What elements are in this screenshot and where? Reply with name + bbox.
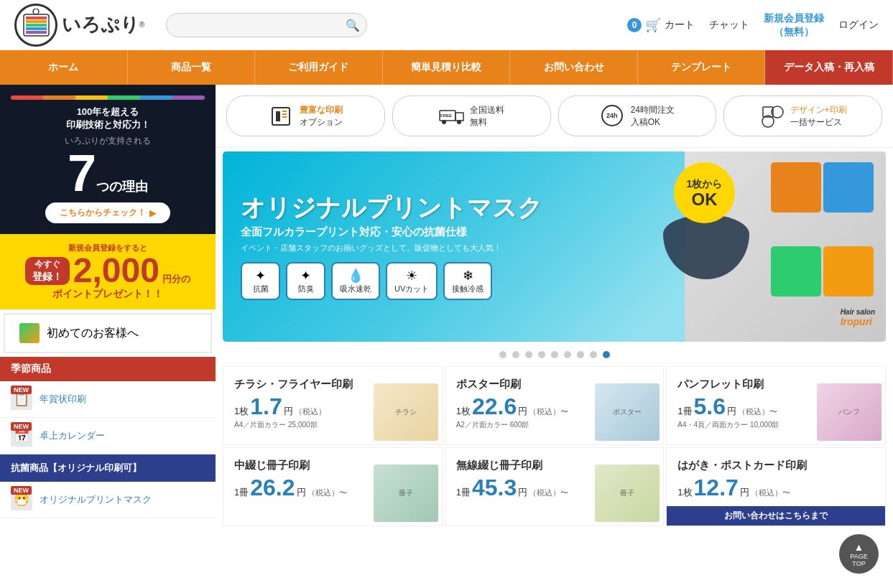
- svg-rect-1: [26, 17, 47, 19]
- dot-5[interactable]: [551, 351, 558, 358]
- nav-guide[interactable]: ご利用ガイド: [255, 50, 383, 85]
- hero-banner[interactable]: オリジナルプリントマスク 全面フルカラープリント対応・安心の抗菌仕様 イベント・…: [223, 151, 886, 342]
- feature-print-option[interactable]: 豊富な印刷 オプション: [226, 95, 385, 136]
- banner-number: 7: [68, 147, 96, 199]
- sidebar-top-banner[interactable]: 100年を超える 印刷技術と対応力！ いろぷりが支持される 7 つの理由 こちら…: [0, 85, 216, 234]
- hero-feat-deodor-label: 防臭: [298, 284, 314, 294]
- postcard-price-num: 12.7: [694, 476, 739, 499]
- print-option-icon: [269, 103, 294, 129]
- calendar-label: 卓上カレンダー: [40, 429, 105, 442]
- cart-badge: 0: [627, 18, 642, 32]
- sidebar: 100年を超える 印刷技術と対応力！ いろぷりが支持される 7 つの理由 こちら…: [0, 85, 216, 528]
- pamphlet-unit: 円: [727, 405, 736, 418]
- dot-2[interactable]: [512, 351, 519, 358]
- sidebar-item-nenga[interactable]: 📋 NEW 年賀状印刷: [0, 381, 216, 418]
- hero-feat-cool-label: 接触冷感: [452, 284, 483, 294]
- svg-point-15: [457, 120, 461, 124]
- pamphlet-img: パンフ: [817, 383, 882, 441]
- points-number: 2,000: [73, 251, 159, 289]
- banner-number-row: 7 つの理由: [11, 147, 205, 199]
- feature-24h[interactable]: 24h 24時間注文 入稿OK: [558, 95, 717, 136]
- perfect-tax: （税込）〜: [529, 487, 568, 498]
- search-input[interactable]: [166, 13, 367, 37]
- poster-prefix: 1枚: [456, 405, 471, 418]
- chat-label: チャット: [709, 19, 749, 30]
- dot-8[interactable]: [590, 351, 597, 358]
- postcard-unit: 円: [740, 486, 749, 499]
- hero-feat-dry-label: 吸水速乾: [340, 284, 371, 294]
- first-customer-link[interactable]: 初めてのお客様へ: [4, 313, 212, 353]
- hero-badge-line2: OK: [692, 191, 718, 208]
- hero-feat-uv-icon: ☀: [406, 268, 417, 284]
- register-button[interactable]: 新規会員登録 （無料）: [764, 11, 824, 37]
- dot-4[interactable]: [538, 351, 545, 358]
- hero-badge: 1枚から OK: [674, 162, 735, 223]
- nav-estimate[interactable]: 簡単見積り比較: [383, 50, 511, 85]
- nav-contact[interactable]: お問い合わせ: [510, 50, 638, 85]
- calendar-new-badge: NEW: [11, 422, 32, 431]
- nav-products[interactable]: 商品一覧: [128, 50, 256, 85]
- sidebar-points-banner[interactable]: 新規会員登録をすると 今すぐ 登録！ 2,000 円分の ポイントプレゼント！！: [0, 234, 216, 309]
- product-postcard[interactable]: はがき・ポストカード印刷 1枚 12.7 円 （税込）〜 お問い合わせはこちらま…: [666, 447, 886, 526]
- feature-design-print[interactable]: デザイン+印刷 一括サービス: [723, 95, 882, 136]
- poster-tax: （税込）〜: [529, 406, 568, 417]
- nenga-new-badge: NEW: [11, 386, 32, 394]
- chat-bottom-bar[interactable]: お問い合わせはこちらまで: [667, 506, 885, 526]
- products-grid: チラシ・フライヤー印刷 1枚 1.7 円 （税込） A4／片面カラー 25,00…: [216, 364, 893, 528]
- dot-1[interactable]: [499, 351, 506, 358]
- season-header: 季節商品: [0, 357, 216, 381]
- nav-template[interactable]: テンプレート: [638, 50, 766, 85]
- nav-data[interactable]: データ入稿・再入稿: [765, 50, 893, 85]
- dot-6[interactable]: [564, 351, 571, 358]
- hero-feat-dry-icon: 💧: [348, 268, 364, 284]
- sidebar-item-mask[interactable]: 😷 NEW オリジナルプリントマスク: [0, 482, 216, 518]
- hero-feat-antibac-label: 抗菌: [253, 284, 269, 294]
- points-register-label: 登録！: [32, 271, 63, 282]
- content-area: 豊富な印刷 オプション FREE 全国送料 無料: [216, 85, 893, 528]
- poster-img: ポスター: [595, 383, 660, 441]
- product-flyer[interactable]: チラシ・フライヤー印刷 1枚 1.7 円 （税込） A4／片面カラー 25,00…: [223, 366, 443, 445]
- nenga-icon-wrapper: 📋 NEW: [11, 388, 32, 410]
- perfect-unit: 円: [518, 486, 527, 499]
- svg-rect-7: [272, 108, 290, 125]
- logo[interactable]: いろぷり ®: [14, 4, 144, 47]
- feature-free-shipping[interactable]: FREE 全国送料 無料: [392, 95, 551, 136]
- cart-icon: 🛒: [645, 17, 661, 33]
- hero-feat-cool-icon: ❄: [463, 268, 473, 284]
- product-pamphlet[interactable]: パンフレット印刷 1冊 5.6 円 （税込）〜 A4・4頁／両面カラー 10,0…: [666, 366, 886, 445]
- points-unit: 円分の: [162, 274, 190, 284]
- product-poster[interactable]: ポスター印刷 1枚 22.6 円 （税込）〜 A2／片面カラー 600部 ポスタ…: [445, 366, 665, 445]
- poster-price-num: 22.6: [472, 395, 517, 418]
- cart-button[interactable]: 0 🛒 カート: [627, 17, 695, 33]
- logo-reg: ®: [139, 21, 144, 29]
- nav-home[interactable]: ホーム: [0, 50, 128, 85]
- hero-feat-antibac: ✦ 抗菌: [241, 262, 280, 300]
- product-saddle[interactable]: 中綴じ冊子印刷 1冊 26.2 円 （税込）〜 冊子: [223, 447, 443, 526]
- svg-rect-2: [26, 20, 47, 23]
- sidebar-item-calendar[interactable]: 📅 NEW 卓上カレンダー: [0, 418, 216, 454]
- antibac-header[interactable]: 抗菌商品【オリジナル印刷可】: [0, 454, 216, 482]
- saddle-prefix: 1冊: [234, 486, 249, 499]
- 24h-text: 24時間注文 入稿OK: [631, 104, 675, 129]
- product-perfect[interactable]: 無線綴じ冊子印刷 1冊 45.3 円 （税込）〜 冊子: [445, 447, 665, 526]
- search-icon[interactable]: 🔍: [346, 18, 360, 32]
- hero-desc: イベント・店舗スタッフのお揃いグッズとして。販促物としても大人気！: [241, 243, 868, 253]
- points-now-row: 今すぐ 登録！ 2,000 円分の: [11, 253, 205, 288]
- search-form: 🔍: [166, 13, 367, 37]
- svg-rect-5: [26, 31, 47, 34]
- dot-3[interactable]: [525, 351, 532, 358]
- design-print-icon: [759, 103, 785, 129]
- postcard-tax: （税込）〜: [751, 487, 790, 498]
- dot-7[interactable]: [577, 351, 584, 358]
- banner-check-button[interactable]: こちらからチェック！ ▶: [45, 202, 170, 223]
- chat-button[interactable]: チャット: [709, 19, 749, 32]
- header-actions: 0 🛒 カート チャット 新規会員登録 （無料） ログイン: [627, 11, 879, 37]
- header: いろぷり ® 🔍 0 🛒 カート チャット 新規会員登録 （無料） ログイン: [0, 0, 893, 50]
- perfect-img: 冊子: [595, 465, 660, 522]
- login-button[interactable]: ログイン: [838, 19, 879, 32]
- hero-title: オリジナルプリントマスク: [241, 193, 868, 223]
- main-nav: ホーム 商品一覧 ご利用ガイド 簡単見積り比較 お問い合わせ テンプレート デー…: [0, 50, 893, 85]
- svg-marker-13: [455, 113, 463, 121]
- dot-9[interactable]: [603, 351, 610, 358]
- hero-feat-uv-label: UVカット: [394, 284, 429, 294]
